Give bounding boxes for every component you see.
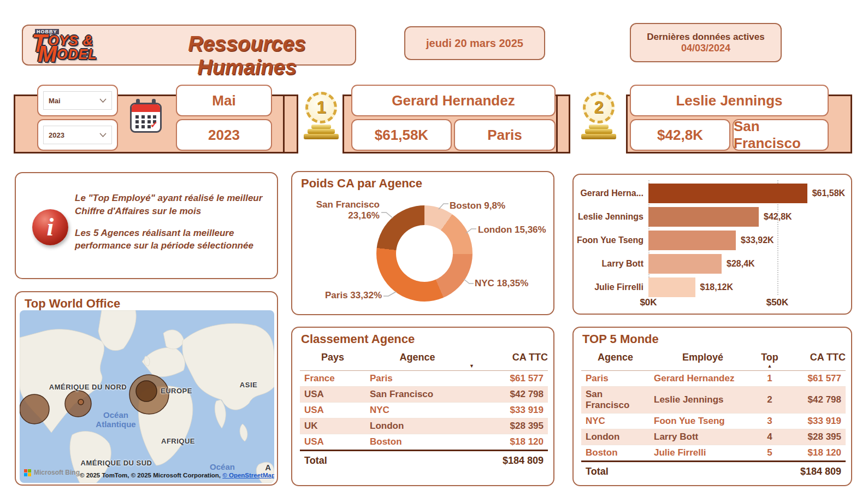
bar-chart[interactable]: $0K$50KGerard Herna...$61,58KLeslie Jenn… [574,175,851,314]
pie-label-london: London 15,36% [478,225,546,235]
table-row[interactable]: BostonJulie Firrelli5$18 120 [581,445,846,462]
pie-label-boston: Boston 9,8% [450,200,505,211]
attribution-text: © 2025 TomTom, © 2025 Microsoft Corporat… [80,472,222,479]
column-header[interactable]: Agence [365,352,469,371]
table-cell: NYC [365,403,469,418]
table-cell: San Francisco [581,387,649,414]
column-header-label: Employé [649,352,756,363]
bar[interactable] [648,254,722,274]
bar-category-label: Larry Bott [574,254,643,274]
microsoft-bing-logo: Microsoft Bing [24,469,80,476]
top2-city-card: San Francisco [733,119,829,151]
table-row[interactable]: USASan Francisco$42 798 [300,387,548,403]
axis-tick-label: $0K [640,297,657,308]
table-cell: London [365,418,469,434]
column-header-label: Agence [581,352,649,363]
map-bubble-san-francisco[interactable] [20,394,49,424]
openstreetmap-link[interactable]: © OpenStreetMap [222,472,274,479]
month-slicer: Mai [37,85,118,116]
selected-month-card: Mai [176,85,272,116]
year-dropdown-value: 2023 [49,131,64,139]
axis-tick-label: $50K [766,297,789,308]
table-header-row: PaysAgenceCA TTC▼ [300,352,548,371]
top1-city-card: Paris [454,119,556,151]
table-cell: $33 919 [783,414,846,429]
map-attribution: © 2025 TomTom, © 2025 Microsoft Corporat… [80,472,274,479]
table-cell: France [300,371,365,387]
map-label-europe: EUROPE [161,387,192,395]
bar[interactable] [648,277,695,297]
bar[interactable] [648,207,759,227]
table-cell: UK [300,418,365,434]
bar[interactable] [648,184,807,203]
month-dropdown[interactable]: Mai [43,91,112,110]
selected-year-card: 2023 [176,119,272,151]
table-cell: USA [300,403,365,418]
page-title: Ressources Humaines [140,32,353,79]
column-header[interactable]: Pays [300,352,365,371]
bar-row[interactable]: Larry Bott$28,4K [574,254,851,274]
current-date-card: jeudi 20 mars 2025 [404,26,545,60]
bar[interactable] [648,231,736,250]
world-map[interactable]: AMÉRIQUE DU NORD EUROPE ASIE AFRIQUE AMÉ… [20,310,274,483]
logo-title-card: HOBBY T OYS & M ODEL Ressources Humaines [22,25,356,66]
bar-row[interactable]: Foon Yue Tseng$33,92K [574,231,851,250]
classement-title: Classement Agence [301,332,415,346]
table-row[interactable]: ParisGerard Hernandez1$61 577 [581,371,846,387]
map-bubble-paris[interactable] [136,381,157,401]
bar-value-label: $18,12K [700,277,734,297]
table-row[interactable]: NYCFoon Yue Tseng3$33 919 [581,414,846,429]
bar-row[interactable]: Leslie Jennings$42,8K [574,207,851,227]
column-header[interactable]: CA TTC [783,352,846,371]
info-line-2: Les 5 Agences réalisant la meilleure per… [75,227,270,253]
table-cell: $18 120 [469,434,548,451]
pie-label-paris: Paris 33,32% [314,290,382,301]
table-cell: Boston [365,434,469,451]
map-label-north-america: AMÉRIQUE DU NORD [49,383,127,391]
table-cell: Gerard Hernandez [649,371,756,387]
column-header[interactable]: Top▲ [756,352,783,371]
bar-row[interactable]: Julie Firrelli$18,12K [574,277,851,297]
sort-icon: ▲ [756,363,783,370]
map-label-asia: ASIE [240,381,257,389]
table-row[interactable]: USABoston$18 120 [300,434,548,451]
map-label-south-america: AMÉRIQUE DU SUD [80,459,152,467]
table-total-row: Total$184 809 [300,451,548,469]
column-header[interactable]: Agence [581,352,649,371]
top1-name-card: Gerard Hernandez [351,85,556,116]
donut-chart-card: Poids CA par Agence Boston 9,8% London 1… [291,171,554,315]
ribbon-divider [283,95,285,153]
info-line-1: Le "Top Employé" ayant réalisé le meille… [75,192,270,218]
table-total-row: Total$184 809 [581,462,846,480]
map-bubble-boston[interactable] [78,399,84,405]
table-cell: Boston [581,445,649,462]
table-row[interactable]: FranceParis$61 577 [300,371,548,387]
calendar-body: ✓ [130,103,162,133]
table-row[interactable]: San FranciscoLeslie Jennings2$42 798 [581,387,846,414]
year-dropdown[interactable]: 2023 [43,126,112,144]
sort-icon: ▼ [469,363,548,370]
trophy-1-icon: 1 [299,92,343,149]
table-cell: Paris [365,371,469,387]
map-title: Top World Office [25,297,120,311]
column-header[interactable]: Employé [649,352,756,371]
map-bubble-nyc[interactable] [65,391,91,417]
column-header[interactable]: CA TTC▼ [469,352,548,371]
month-dropdown-value: Mai [49,97,61,105]
map-label-atlantic-ocean: Océan Atlantique [96,410,135,429]
table-cell: $33 919 [469,403,548,418]
table-cell: $28 395 [469,418,548,434]
table-row[interactable]: LondonLarry Bott4$28 395 [581,429,846,445]
table-header-row: AgenceEmployéTop▲CA TTC [581,352,846,371]
bar-category-label: Leslie Jennings [574,207,643,227]
table-cell: Julie Firrelli [649,445,756,462]
table-row[interactable]: USANYC$33 919 [300,403,548,418]
classement-agence-card: Classement Agence PaysAgenceCA TTC▼ Fran… [291,327,554,486]
map-basemap [20,310,274,483]
toys-model-logo: HOBBY T OYS & M ODEL [32,28,127,63]
table-row[interactable]: UKLondon$28 395 [300,418,548,434]
table-cell: Leslie Jennings [649,387,756,414]
top5-title: TOP 5 Monde [582,332,659,346]
bar-row[interactable]: Gerard Herna...$61,58K [574,184,851,203]
table-cell: 5 [756,445,783,462]
